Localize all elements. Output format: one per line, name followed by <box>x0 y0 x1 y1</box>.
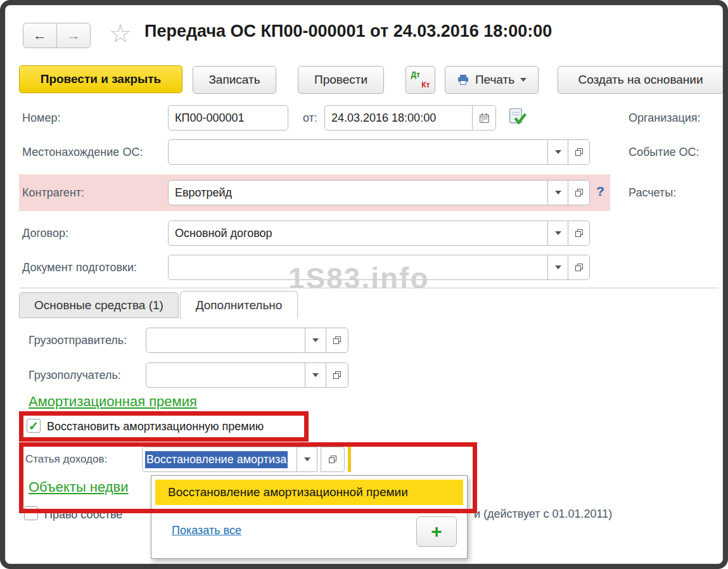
income-item-dropdown-list: Восстановление амортизационной премии По… <box>151 475 468 559</box>
location-dropdown-button[interactable] <box>547 139 568 165</box>
dropdown-arrow-icon <box>555 231 561 235</box>
counterparty-input[interactable]: Евротрейд <box>168 180 548 205</box>
contract-input[interactable]: Основной договор <box>168 221 548 246</box>
help-icon[interactable]: ? <box>596 184 604 199</box>
os-event-label: Событие ОС: <box>629 146 699 159</box>
consignee-label: Грузополучатель: <box>29 369 121 382</box>
contract-label: Договор: <box>22 227 68 240</box>
consignor-label: Грузоотправитель: <box>29 334 127 347</box>
open-picker-icon <box>574 147 584 157</box>
post-and-close-label: Провести и закрыть <box>41 72 162 86</box>
ownership-label: Право собстве <box>44 508 151 521</box>
contract-open-button[interactable] <box>568 221 590 246</box>
watermark: 1S83.info <box>288 261 430 295</box>
focus-marker <box>348 447 351 472</box>
counterparty-dropdown-button[interactable] <box>547 180 568 205</box>
create-based-on-button[interactable]: Создать на основании <box>558 66 724 94</box>
date-calendar-button[interactable] <box>472 105 496 131</box>
restore-premium-label: Восстановить амортизационную премию <box>47 420 264 433</box>
location-field <box>168 139 590 165</box>
show-postings-button[interactable]: Дт Кт <box>406 66 435 94</box>
restore-premium-checkbox[interactable]: ✓ <box>27 419 41 433</box>
tab-additional-label: Дополнительно <box>196 298 283 312</box>
contract-dropdown-button[interactable] <box>547 221 568 246</box>
dtkt-icon: Дт Кт <box>411 70 430 89</box>
ownership-label-continuation: и (действует с 01.01.2011) <box>474 508 612 521</box>
dropdown-item-label: Восстановление амортизационной премии <box>168 485 408 499</box>
income-item-selected-text: Восстановление амортиза <box>145 451 288 468</box>
forward-icon: → <box>67 27 80 44</box>
open-picker-icon <box>332 370 342 380</box>
save-button[interactable]: Записать <box>193 66 276 94</box>
date-value: 24.03.2016 18:00:00 <box>331 112 436 125</box>
post-button[interactable]: Провести <box>298 66 384 94</box>
contract-value: Основной договор <box>175 227 272 240</box>
tab-additional[interactable]: Дополнительно <box>180 291 298 319</box>
back-icon: ← <box>33 27 47 44</box>
create-based-on-label: Создать на основании <box>578 73 703 87</box>
open-picker-icon <box>574 188 584 198</box>
add-button[interactable]: + <box>416 516 457 547</box>
nav-buttons: ← → <box>23 23 91 48</box>
print-button[interactable]: Печать <box>445 66 539 94</box>
amortization-section-title: Амортизационная премия <box>29 393 197 410</box>
consignor-open-button[interactable] <box>326 328 348 353</box>
dropdown-arrow-icon <box>312 373 319 377</box>
income-item-input[interactable]: Восстановление амортиза <box>142 447 298 472</box>
open-picker-icon <box>574 262 584 272</box>
location-open-button[interactable] <box>568 139 590 165</box>
consignee-dropdown-button[interactable] <box>305 362 326 388</box>
date-label: от: <box>303 112 317 125</box>
dropdown-item[interactable]: Восстановление амортизационной премии <box>155 480 463 505</box>
posted-mark-icon <box>507 106 527 129</box>
consignor-field <box>146 328 348 353</box>
dropdown-arrow-icon <box>304 457 310 461</box>
dropdown-arrow-icon <box>555 265 561 269</box>
income-item-open-button[interactable] <box>321 447 345 472</box>
counterparty-open-button[interactable] <box>568 180 590 205</box>
ownership-checkbox[interactable] <box>24 506 38 520</box>
date-input[interactable]: 24.03.2016 18:00:00 <box>324 105 473 131</box>
checkmark-icon: ✓ <box>29 419 39 433</box>
income-item-dropdown-button[interactable] <box>297 447 317 472</box>
open-picker-icon <box>332 335 342 345</box>
page-title: Передача ОС КП00-000001 от 24.03.2016 18… <box>144 22 552 41</box>
prep-doc-open-button[interactable] <box>568 255 590 280</box>
consignor-input[interactable] <box>146 328 305 353</box>
consignee-input[interactable] <box>146 362 305 388</box>
open-picker-icon <box>574 228 584 238</box>
realty-section-title: Объекты недви <box>29 479 129 495</box>
number-input[interactable]: КП00-000001 <box>168 105 288 131</box>
save-label: Записать <box>208 73 260 87</box>
dropdown-arrow-icon <box>555 150 561 154</box>
dropdown-arrow-icon <box>555 191 561 195</box>
counterparty-value: Евротрейд <box>175 186 232 200</box>
post-and-close-button[interactable]: Провести и закрыть <box>19 65 182 93</box>
document-window: 1S83.info ← → ☆ Передача ОС КП00-000001 … <box>0 0 728 569</box>
tab-fixed-assets-label: Основные средства (1) <box>34 298 163 312</box>
print-label: Печать <box>475 73 514 87</box>
forward-button[interactable]: → <box>56 23 91 48</box>
dropdown-arrow-icon <box>312 338 319 342</box>
tab-fixed-assets[interactable]: Основные средства (1) <box>19 292 179 318</box>
printer-icon <box>457 74 469 86</box>
location-input[interactable] <box>168 139 548 165</box>
consignor-dropdown-button[interactable] <box>305 328 326 353</box>
organization-label: Организация: <box>629 112 701 125</box>
prep-doc-label: Документ подготовки: <box>22 261 137 274</box>
number-label: Номер: <box>22 112 60 125</box>
consignee-open-button[interactable] <box>326 362 348 388</box>
post-label: Провести <box>314 73 367 87</box>
back-button[interactable]: ← <box>23 23 57 48</box>
settlements-label: Расчеты: <box>629 186 676 200</box>
print-menu-arrow-icon <box>520 78 527 82</box>
prep-doc-dropdown-button[interactable] <box>547 255 568 280</box>
show-all-link[interactable]: Показать все <box>172 524 241 537</box>
date-field: 24.03.2016 18:00:00 <box>324 105 496 131</box>
counterparty-field: Евротрейд <box>168 180 590 205</box>
plus-icon: + <box>431 521 442 542</box>
consignee-field <box>146 362 348 388</box>
favorite-star-icon[interactable]: ☆ <box>109 19 132 48</box>
open-picker-icon <box>328 454 338 464</box>
income-item-label: Статья доходов: <box>25 453 107 466</box>
